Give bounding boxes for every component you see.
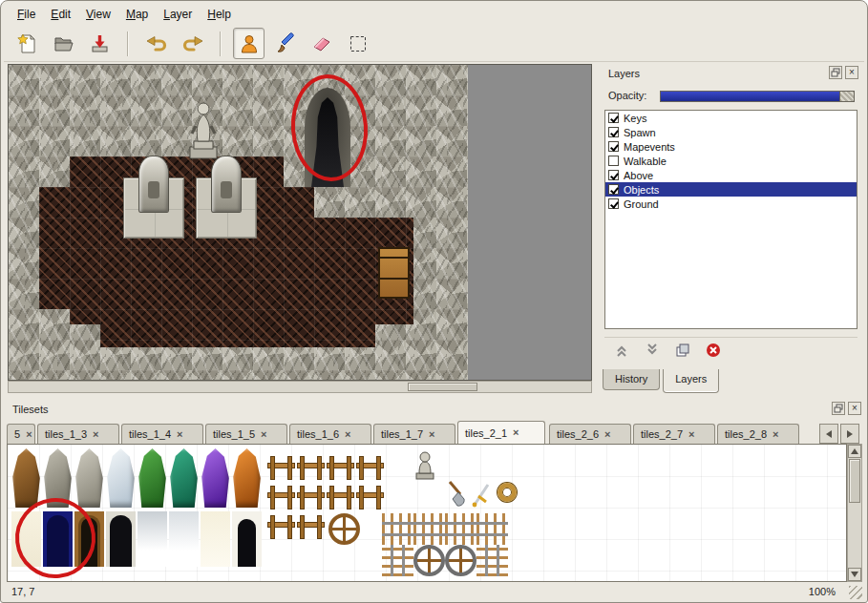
tileset-vscroll-thumb[interactable] (849, 459, 860, 503)
tab-history[interactable]: History (603, 369, 660, 390)
tile-fence[interactable] (356, 454, 384, 482)
tile-rock-brown[interactable] (11, 448, 41, 508)
layer-checkbox[interactable] (608, 156, 619, 166)
tab-close-icon[interactable]: × (177, 429, 182, 440)
menu-file[interactable]: File (10, 5, 43, 24)
tile-floor-cream[interactable] (201, 511, 230, 567)
tab-close-icon[interactable]: × (688, 429, 694, 440)
new-button[interactable] (11, 28, 43, 59)
layer-checkbox[interactable] (608, 141, 619, 152)
redo-button[interactable] (177, 28, 208, 59)
tileset-tab-8[interactable]: tiles_2_7× (633, 424, 715, 444)
tabs-scroll-right-button[interactable] (840, 424, 859, 444)
tile-fence[interactable] (297, 513, 325, 541)
tileset-tab-9[interactable]: tiles_2_8× (717, 424, 799, 444)
tab-close-icon[interactable]: × (513, 427, 519, 438)
tile-shovel[interactable] (445, 479, 468, 511)
tile-track-horizontal[interactable] (445, 513, 476, 545)
duplicate-layer-button[interactable] (671, 340, 694, 361)
layer-checkbox[interactable] (608, 184, 619, 195)
tileset-tab-6[interactable]: tiles_2_1× (457, 421, 545, 444)
map-canvas[interactable] (8, 64, 592, 381)
tile-door-selected[interactable] (43, 511, 73, 567)
tileset-tab-5[interactable]: tiles_1_7× (373, 424, 455, 444)
tile-fence[interactable] (297, 454, 325, 482)
tile-wheel[interactable] (413, 545, 445, 576)
tile-door-wood[interactable] (74, 511, 104, 567)
tile-archway-black[interactable] (232, 511, 262, 567)
tab-layers[interactable]: Layers (663, 369, 719, 393)
tile-statue[interactable] (411, 448, 441, 481)
layer-row-keys[interactable]: Keys (605, 111, 857, 125)
tile-wheel[interactable] (445, 545, 476, 576)
tile-sword[interactable] (470, 479, 493, 511)
tile-wagon-wheel[interactable] (328, 513, 360, 545)
menu-view[interactable]: View (78, 5, 118, 24)
tileset-tab-7[interactable]: tiles_2_6× (549, 424, 631, 444)
tile-wall-white[interactable] (138, 511, 167, 567)
tile-fence[interactable] (267, 484, 295, 511)
tile-fence[interactable] (267, 513, 295, 541)
layer-row-ground[interactable]: Ground (605, 197, 857, 211)
layer-row-mapevents[interactable]: Mapevents (605, 139, 857, 154)
menu-map[interactable]: Map (118, 5, 156, 24)
tab-close-icon[interactable]: × (26, 429, 32, 440)
tileset-tab-3[interactable]: tiles_1_5× (205, 424, 287, 444)
tab-close-icon[interactable]: × (429, 429, 434, 440)
tile-whip-coil[interactable] (497, 481, 519, 513)
tab-close-icon[interactable]: × (261, 429, 266, 440)
tile-track-vertical[interactable] (382, 545, 413, 576)
tile-crystal-orange[interactable] (232, 448, 262, 508)
layers-panel-float-button[interactable] (829, 66, 842, 79)
select-tool-button[interactable] (342, 28, 373, 59)
eraser-tool-button[interactable] (306, 28, 337, 59)
tabs-scroll-left-button[interactable] (819, 424, 838, 444)
tab-close-icon[interactable]: × (345, 429, 350, 440)
map-horizontal-scrollbar[interactable] (8, 381, 592, 393)
layers-panel-close-button[interactable]: × (845, 66, 858, 79)
delete-layer-button[interactable] (702, 340, 725, 361)
tile-rock-ice[interactable] (106, 448, 136, 508)
menu-edit[interactable]: Edit (43, 5, 78, 24)
tile-track-horizontal[interactable] (382, 513, 413, 545)
scroll-up-button[interactable] (848, 445, 861, 458)
tile-wall-white[interactable] (169, 511, 199, 567)
tile-floor-cream[interactable] (11, 511, 41, 567)
layer-checkbox[interactable] (608, 127, 619, 137)
tileset-tab-2[interactable]: tiles_1_4× (121, 424, 203, 444)
tab-close-icon[interactable]: × (604, 429, 610, 440)
tile-fence[interactable] (297, 484, 325, 511)
brush-tool-button[interactable] (269, 28, 301, 59)
tileset-tab-4[interactable]: tiles_1_6× (289, 424, 371, 444)
tile-fence[interactable] (267, 454, 295, 482)
tab-close-icon[interactable]: × (773, 429, 778, 440)
layer-row-objects[interactable]: Objects (605, 182, 857, 197)
tilesets-panel-close-button[interactable]: × (848, 402, 861, 415)
menu-help[interactable]: Help (200, 5, 239, 24)
tile-track-vertical[interactable] (476, 545, 508, 576)
tile-fence[interactable] (327, 484, 354, 511)
layer-checkbox[interactable] (608, 198, 619, 209)
player-stamp-tool-button[interactable] (233, 28, 265, 59)
tile-crystal-green[interactable] (138, 448, 167, 508)
layer-row-spawn[interactable]: Spawn (605, 125, 857, 139)
tileset-canvas[interactable] (7, 444, 847, 582)
menu-layer[interactable]: Layer (156, 5, 200, 24)
tileset-tab-1[interactable]: tiles_1_3× (37, 424, 119, 444)
resize-grip[interactable] (849, 586, 862, 599)
tile-fence[interactable] (356, 484, 384, 511)
opacity-slider[interactable] (660, 91, 855, 102)
tile-rock-gray[interactable] (43, 448, 73, 508)
map-hscroll-thumb[interactable] (408, 383, 477, 391)
tile-track-horizontal[interactable] (413, 513, 445, 545)
lower-layer-button[interactable] (641, 340, 664, 361)
tile-crystal-teal[interactable] (169, 448, 199, 508)
tile-door-dark[interactable] (106, 511, 136, 567)
scroll-down-button[interactable] (848, 568, 861, 581)
layer-row-walkable[interactable]: Walkable (605, 154, 857, 168)
open-button[interactable] (48, 28, 79, 59)
tile-track-horizontal[interactable] (476, 513, 508, 545)
layer-checkbox[interactable] (608, 113, 619, 123)
tilesets-panel-float-button[interactable] (832, 402, 845, 415)
tile-crystal-purple[interactable] (201, 448, 230, 508)
